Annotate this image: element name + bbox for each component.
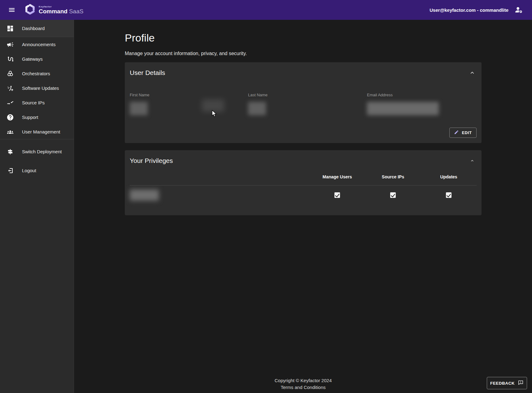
- announcements-icon: [7, 41, 14, 48]
- signpost-icon: [7, 148, 14, 155]
- sidebar-item-announcements[interactable]: Announcements: [0, 37, 74, 52]
- sidebar-item-user-management[interactable]: User Management: [0, 124, 74, 139]
- logout-icon: [7, 167, 14, 174]
- sidebar-item-support[interactable]: Support: [0, 110, 74, 124]
- sidebar-item-label: Announcements: [22, 42, 55, 47]
- sidebar-item-source-ips[interactable]: Source IPs: [0, 95, 74, 110]
- feedback-button-label: FEEDBACK: [490, 381, 515, 386]
- redaction-smear: [202, 99, 224, 112]
- sidebar-item-software-updates[interactable]: Software Updates: [0, 81, 74, 95]
- email-address-field: Email Address: [367, 93, 477, 115]
- source-ips-checkbox[interactable]: [390, 192, 396, 198]
- column-manage-users: Manage Users: [309, 174, 365, 179]
- gateways-icon: [7, 55, 14, 63]
- user-details-card: User Details First Name Last Name Email …: [125, 62, 482, 143]
- manage-accounts-icon[interactable]: [513, 5, 524, 15]
- sidebar-item-label: Software Updates: [22, 85, 59, 91]
- feedback-bubble-icon: [518, 380, 524, 386]
- column-source-ips: Source IPs: [365, 174, 421, 179]
- email-address-value-redacted: [367, 102, 439, 115]
- sidebar-item-label: Gateways: [22, 56, 43, 62]
- first-name-value-redacted: [130, 102, 148, 115]
- brand-logo[interactable]: Keyfactor CommandSaaS: [25, 4, 83, 16]
- brand-saas-label: SaaS: [69, 8, 83, 15]
- brand-keyfactor-label: Keyfactor: [39, 5, 83, 8]
- sidebar-item-switch-deployment[interactable]: Switch Deployment: [0, 144, 74, 159]
- user-details-fields: First Name Last Name Email Address: [130, 93, 477, 115]
- profile-page: { "colors": { "header_purple": "#371c75"…: [0, 0, 532, 393]
- terms-and-conditions-link[interactable]: Terms and Conditions: [281, 385, 325, 390]
- updates-checkbox[interactable]: [446, 192, 451, 198]
- software-updates-icon: [7, 85, 14, 92]
- chevron-up-icon[interactable]: [468, 68, 477, 77]
- email-address-label: Email Address: [367, 93, 477, 97]
- user-details-title: User Details: [130, 67, 165, 76]
- edit-button[interactable]: EDIT: [449, 128, 477, 138]
- chevron-up-icon[interactable]: [468, 156, 477, 165]
- sidebar-item-label: User Management: [22, 129, 60, 134]
- edit-button-label: EDIT: [462, 130, 472, 135]
- sidebar-item-orchestrators[interactable]: Orchestrators: [0, 66, 74, 81]
- manage-users-checkbox[interactable]: [334, 192, 340, 198]
- updates-cell: [421, 192, 477, 198]
- sidebar-item-label: Orchestrators: [22, 71, 50, 76]
- sidebar-item-label: Dashboard: [22, 26, 45, 31]
- sidebar-item-gateways[interactable]: Gateways: [0, 52, 74, 66]
- last-name-value-redacted: [248, 102, 266, 115]
- app-header: Keyfactor CommandSaaS User@keyfactor.com…: [0, 0, 532, 20]
- page-title: Profile: [125, 32, 482, 44]
- copyright-text: Copyright © Keyfactor 2024: [74, 378, 532, 383]
- role-name-cell: [130, 190, 309, 201]
- orchestrators-icon: [7, 70, 14, 77]
- signed-in-user-label: User@keyfactor.com - commandlite: [430, 7, 508, 13]
- sidebar-item-label: Logout: [22, 168, 36, 173]
- column-updates: Updates: [421, 174, 477, 179]
- brand-wordmark: Keyfactor CommandSaaS: [39, 5, 83, 15]
- groups-icon: [7, 128, 14, 136]
- sidebar-divider: [0, 139, 74, 139]
- menu-icon[interactable]: [6, 4, 18, 16]
- help-icon: [7, 114, 14, 121]
- main-content: Profile Manage your account information,…: [74, 20, 532, 393]
- keyfactor-logo-icon: [25, 4, 35, 16]
- sidebar-item-logout[interactable]: Logout: [0, 163, 74, 178]
- privileges-card: Your Privileges Manage Users Source IPs …: [125, 150, 482, 215]
- feedback-button[interactable]: FEEDBACK: [487, 377, 527, 389]
- pencil-icon: [454, 130, 459, 136]
- sidebar-item-label: Switch Deployment: [22, 149, 62, 154]
- privileges-table-header: Manage Users Source IPs Updates: [130, 174, 477, 179]
- sidebar-item-label: Source IPs: [22, 100, 45, 105]
- first-name-field: First Name: [130, 93, 248, 115]
- manage-users-cell: [309, 192, 365, 198]
- role-name-redacted: [130, 190, 159, 201]
- last-name-label: Last Name: [248, 93, 367, 97]
- last-name-field: Last Name: [248, 93, 367, 115]
- brand-command-label: Command: [39, 8, 68, 15]
- source-ips-icon: [7, 99, 14, 107]
- sidebar-nav: Dashboard Announcements Gateways Orchest…: [0, 20, 74, 393]
- sidebar-item-label: Support: [22, 115, 38, 120]
- dashboard-icon: [7, 25, 14, 32]
- first-name-label: First Name: [130, 93, 248, 97]
- sidebar-item-dashboard[interactable]: Dashboard: [0, 20, 74, 37]
- privileges-title: Your Privileges: [130, 155, 173, 164]
- page-subtitle: Manage your account information, privacy…: [125, 51, 482, 56]
- page-footer: Copyright © Keyfactor 2024 Terms and Con…: [74, 378, 532, 390]
- source-ips-cell: [365, 192, 421, 198]
- table-row: [130, 186, 477, 205]
